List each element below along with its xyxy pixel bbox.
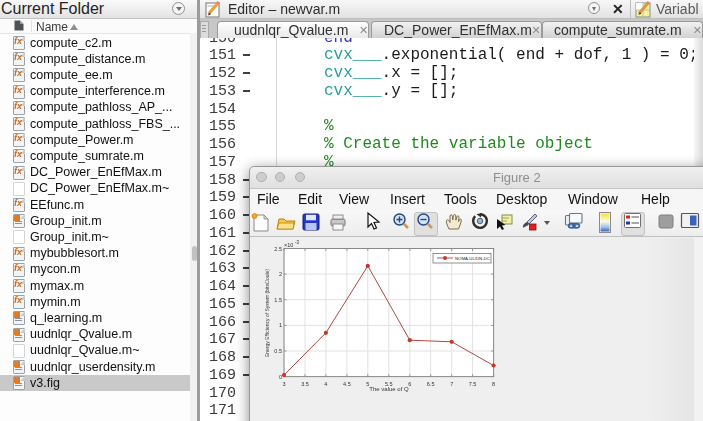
svg-text:1.5: 1.5 [274, 297, 282, 303]
svg-text:0.5: 0.5 [274, 348, 282, 354]
svg-text:4: 4 [324, 381, 327, 387]
svg-text:3.5: 3.5 [301, 381, 309, 387]
svg-text:6: 6 [408, 381, 411, 387]
svg-text:NOMA-UL/DN-DC: NOMA-UL/DN-DC [455, 256, 490, 261]
svg-text:6.5: 6.5 [427, 381, 435, 387]
svg-text:7: 7 [450, 381, 453, 387]
svg-text:4.5: 4.5 [343, 381, 351, 387]
svg-text:3: 3 [282, 381, 285, 387]
svg-text:Energy Efficiency of System (b: Energy Efficiency of System (bits/Joule) [264, 269, 270, 357]
svg-text:-3: -3 [295, 240, 299, 245]
svg-text:The value of Q: The value of Q [369, 386, 409, 392]
svg-text:2: 2 [279, 271, 282, 277]
svg-text:2.5: 2.5 [274, 246, 282, 252]
svg-text:8: 8 [492, 381, 495, 387]
svg-text:1: 1 [279, 322, 282, 328]
svg-text:×10: ×10 [284, 242, 293, 248]
svg-text:7.5: 7.5 [469, 381, 477, 387]
svg-text:0: 0 [279, 374, 282, 380]
